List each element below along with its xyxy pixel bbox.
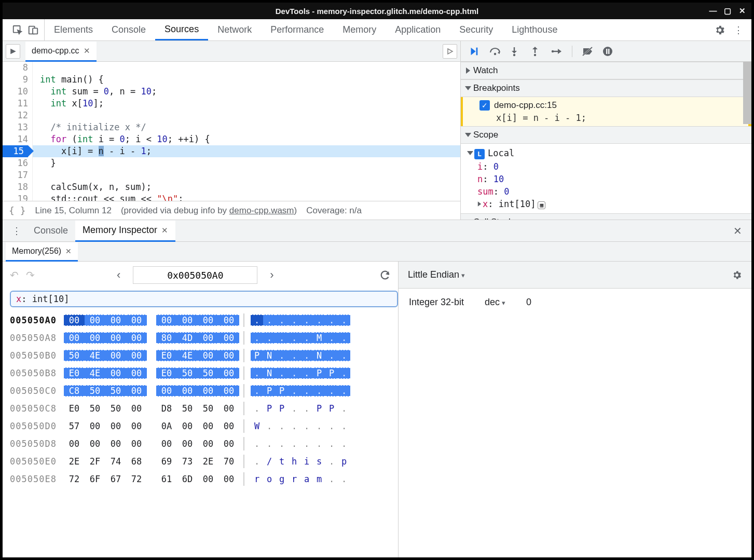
hex-row[interactable]: 005050B0504E0000E04E0000PN...N.. bbox=[10, 347, 398, 364]
svg-marker-12 bbox=[532, 47, 538, 49]
step-over-icon[interactable] bbox=[489, 46, 500, 57]
close-file-icon[interactable]: ✕ bbox=[84, 46, 90, 56]
scope-section[interactable]: Scope bbox=[461, 126, 751, 144]
undo-icon[interactable]: ↶ bbox=[10, 269, 19, 281]
tab-performance[interactable]: Performance bbox=[261, 19, 333, 40]
debug-info-source: (provided via debug info by demo-cpp.was… bbox=[121, 206, 297, 216]
value-base-select[interactable]: dec▾ bbox=[485, 297, 505, 308]
hex-row[interactable]: 005050C0C850500000000000.PP..... bbox=[10, 382, 398, 400]
inspect-element-icon[interactable] bbox=[12, 24, 23, 36]
object-chip[interactable]: x: int[10] bbox=[10, 291, 398, 307]
close-drawer-icon[interactable]: ✕ bbox=[728, 225, 747, 237]
prev-page-icon[interactable]: ‹ bbox=[112, 268, 126, 282]
redo-icon[interactable]: ↷ bbox=[26, 269, 35, 281]
memory-inspector-body: ↶ ↷ ‹ › x: int[10] 005050A00000000000000… bbox=[3, 262, 751, 557]
memory-tab-256[interactable]: Memory(256) ✕ bbox=[6, 242, 78, 262]
breakpoint-snippet: x[i] = n - i - 1; bbox=[479, 111, 743, 123]
breakpoint-item[interactable]: ✓demo-cpp.cc:15 x[i] = n - i - 1; bbox=[461, 97, 751, 126]
tab-elements[interactable]: Elements bbox=[45, 19, 102, 40]
endianness-select[interactable]: Little Endian▾ bbox=[408, 269, 465, 280]
refresh-icon[interactable] bbox=[379, 269, 391, 281]
deactivate-breakpoints-icon[interactable] bbox=[582, 46, 593, 57]
reveal-in-memory-icon[interactable]: ▦ bbox=[538, 201, 545, 209]
step-into-icon[interactable] bbox=[510, 46, 521, 57]
tab-memory[interactable]: Memory bbox=[333, 19, 386, 40]
resume-icon[interactable] bbox=[468, 46, 479, 57]
scope-local[interactable]: LLocal bbox=[468, 147, 751, 160]
devtools-tabstrip: ElementsConsoleSourcesNetworkPerformance… bbox=[3, 19, 751, 41]
svg-point-7 bbox=[494, 52, 496, 54]
svg-marker-13 bbox=[558, 49, 561, 54]
hex-row[interactable]: 005050B8E04E0000E0505000.N...PP. bbox=[10, 364, 398, 382]
address-input[interactable] bbox=[133, 266, 257, 284]
memory-tabstrip: Memory(256) ✕ bbox=[3, 242, 751, 262]
tab-lighthouse[interactable]: Lighthouse bbox=[502, 19, 567, 40]
code-editor[interactable]: 891011121314151617181920 int main() { in… bbox=[3, 62, 460, 201]
coverage-status: Coverage: n/a bbox=[306, 206, 362, 216]
hex-grid[interactable]: 005050A00000000000000000........005050A8… bbox=[3, 311, 398, 488]
svg-marker-10 bbox=[512, 51, 517, 53]
svg-rect-19 bbox=[608, 49, 610, 54]
hex-row[interactable]: 005050A00000000000000000........ bbox=[10, 311, 398, 329]
tab-sources[interactable]: Sources bbox=[155, 19, 208, 40]
tab-console[interactable]: Console bbox=[102, 19, 155, 40]
svg-point-11 bbox=[534, 53, 536, 56]
window-titlebar: DevTools - memory-inspector.glitch.me/de… bbox=[3, 3, 751, 19]
maximize-icon[interactable]: ▢ bbox=[722, 6, 733, 16]
svg-rect-18 bbox=[606, 49, 608, 54]
svg-marker-5 bbox=[471, 47, 476, 55]
close-memory-tab-icon[interactable]: ✕ bbox=[65, 247, 72, 255]
hex-row[interactable]: 005050C8E0505000D8505000.PP..PP. bbox=[10, 400, 398, 417]
inspect-toggle-group bbox=[7, 19, 45, 40]
drawer-tab-memory-inspector[interactable]: Memory Inspector ✕ bbox=[75, 221, 175, 242]
debugger-pane: Watch Breakpoints ✓demo-cpp.cc:15 x[i] =… bbox=[461, 41, 751, 220]
code-pane: demo-cpp.cc ✕ 891011121314151617181920 i… bbox=[3, 41, 461, 220]
hex-row[interactable]: 005050E8726F6772616D0000rogram.. bbox=[10, 470, 398, 488]
minimize-icon[interactable]: — bbox=[708, 6, 718, 16]
close-icon[interactable]: ✕ bbox=[737, 6, 747, 16]
step-icon[interactable] bbox=[551, 47, 563, 56]
breakpoint-checkbox[interactable]: ✓ bbox=[479, 100, 490, 111]
close-memory-inspector-icon[interactable]: ✕ bbox=[161, 226, 168, 235]
file-tab-demo-cpp[interactable]: demo-cpp.cc ✕ bbox=[25, 42, 97, 62]
svg-rect-2 bbox=[33, 28, 37, 34]
scope-var-sum[interactable]: sum: 0 bbox=[468, 185, 751, 198]
more-icon[interactable]: ⋮ bbox=[730, 24, 747, 36]
callstack-section[interactable]: Call Stack bbox=[461, 213, 751, 220]
tab-security[interactable]: Security bbox=[450, 19, 502, 40]
hex-row[interactable]: 005050D80000000000000000........ bbox=[10, 435, 398, 453]
debugger-toolbar bbox=[461, 41, 751, 62]
scope-var-i[interactable]: i: 0 bbox=[468, 160, 751, 173]
value-interpreter-body: Integer 32-bit dec▾ 0 bbox=[399, 289, 751, 316]
svg-marker-3 bbox=[11, 49, 15, 53]
cursor-position: Line 15, Column 12 bbox=[35, 206, 112, 216]
pause-on-exceptions-icon[interactable] bbox=[602, 46, 614, 57]
hex-row[interactable]: 005050A800000000804D0000.....M.. bbox=[10, 329, 398, 347]
hex-row[interactable]: 005050E02E2F746869732E70./this.p bbox=[10, 453, 398, 470]
scope-var-n[interactable]: n: 10 bbox=[468, 173, 751, 185]
scope-var-x[interactable]: x: int[10]▦ bbox=[468, 198, 751, 210]
tab-application[interactable]: Application bbox=[386, 19, 450, 40]
svg-marker-8 bbox=[498, 51, 500, 54]
drawer-tabstrip: ⋮ Console Memory Inspector ✕ ✕ bbox=[3, 220, 751, 242]
value-interpreter-pane: Little Endian▾ Integer 32-bit dec▾ 0 bbox=[399, 262, 751, 557]
window-title: DevTools - memory-inspector.glitch.me/de… bbox=[276, 7, 478, 16]
breakpoints-section[interactable]: Breakpoints bbox=[461, 79, 751, 97]
settings-icon[interactable] bbox=[710, 24, 730, 36]
next-page-icon[interactable]: › bbox=[265, 268, 279, 282]
svg-point-9 bbox=[513, 53, 515, 56]
drawer-more-icon[interactable]: ⋮ bbox=[7, 225, 26, 237]
show-navigator-icon[interactable] bbox=[6, 44, 20, 59]
hex-row[interactable]: 005050D0570000000A000000W....... bbox=[10, 417, 398, 435]
device-toggle-icon[interactable] bbox=[28, 24, 39, 36]
run-snippet-icon[interactable] bbox=[443, 44, 457, 59]
value-settings-icon[interactable] bbox=[732, 270, 742, 280]
tab-network[interactable]: Network bbox=[208, 19, 261, 40]
wasm-link[interactable]: demo-cpp.wasm bbox=[229, 206, 294, 215]
step-out-icon[interactable] bbox=[530, 46, 542, 57]
svg-rect-6 bbox=[476, 47, 478, 55]
watch-section[interactable]: Watch bbox=[461, 62, 751, 79]
pretty-print-icon[interactable]: { } bbox=[9, 205, 26, 216]
drawer-tab-console[interactable]: Console bbox=[26, 220, 75, 241]
window-controls: — ▢ ✕ bbox=[708, 6, 747, 16]
